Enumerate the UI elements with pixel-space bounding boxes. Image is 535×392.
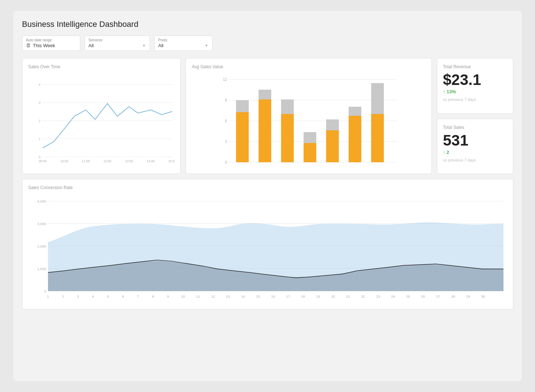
bar-gray-2 [259,90,271,99]
total-revenue-change: ↑ 13% [443,89,507,94]
svg-text:10:00: 10:00 [60,159,68,163]
total-sales-change: ↑ 2 [443,150,507,155]
svg-text:26: 26 [421,294,425,298]
svg-text:4: 4 [38,83,40,86]
svg-text:0: 0 [38,155,40,159]
svg-text:17: 17 [286,294,290,298]
total-revenue-value: $23.1 [443,72,507,87]
svg-text:7: 7 [137,294,139,298]
sales-over-time-card: Sales Over Time 4 3 2 1 0 09:00 10:00 11… [22,58,181,174]
bar-gray-5 [326,119,339,130]
bar-orange-4 [304,143,316,162]
svg-text:9: 9 [167,294,169,298]
bar-gray-4 [304,132,316,143]
filters-row: Auto date range 🗓 This Week Services All… [22,36,513,51]
svg-text:14: 14 [241,294,245,298]
svg-text:16: 16 [271,294,275,298]
bar-orange-6 [349,116,361,162]
bar-gray-7 [371,83,384,114]
svg-text:10: 10 [181,294,185,298]
bar-gray-3 [281,99,294,114]
svg-text:28: 28 [451,294,455,298]
svg-text:30: 30 [481,294,485,298]
sales-conversion-rate-card: Sales Conversion Rate 4,000 3,000 2,000 … [22,179,513,309]
date-range-filter[interactable]: Auto date range 🗓 This Week [22,36,80,51]
total-sales-title: Total Sales [443,125,507,130]
services-filter[interactable]: Services All ▼ [85,36,150,51]
date-range-label: Auto date range [26,38,76,42]
svg-text:9: 9 [225,98,227,102]
svg-text:3: 3 [38,101,40,105]
calendar-icon: 🗓 [26,43,31,48]
avg-sales-value-card: Avg Sales Value 12 9 6 3 0 [186,58,432,174]
svg-text:13: 13 [226,294,230,298]
metric-cards: Total Revenue $23.1 ↑ 13% vs previous 7 … [437,58,513,174]
bar-orange-3 [281,114,294,162]
bar-gray-6 [349,107,361,116]
total-revenue-sub: vs previous 7 days [443,97,507,102]
svg-text:14:00: 14:00 [146,159,154,163]
svg-text:12:00: 12:00 [103,159,111,163]
posts-filter[interactable]: Posts All ▼ [154,36,212,51]
bar-gray-1 [236,100,249,112]
svg-text:3,000: 3,000 [37,222,46,226]
services-chevron-icon: ▼ [142,44,146,48]
posts-label: Posts [158,38,208,42]
svg-text:18: 18 [301,294,305,298]
services-label: Services [89,38,146,42]
svg-text:15: 15 [256,294,260,298]
svg-text:2,000: 2,000 [37,244,46,248]
top-row: Sales Over Time 4 3 2 1 0 09:00 10:00 11… [22,58,513,174]
sales-conversion-rate-chart: 4,000 3,000 2,000 1,000 0 1 2 3 4 5 6 7 … [28,193,507,302]
svg-text:29: 29 [466,294,470,298]
svg-text:11: 11 [196,294,200,298]
total-sales-value: 531 [443,133,507,148]
svg-text:0: 0 [225,160,227,164]
avg-sales-value-chart: 12 9 6 3 0 [192,72,426,167]
page-title: Business Intelligence Dashboard [22,20,513,29]
svg-text:1: 1 [47,294,49,298]
total-revenue-card: Total Revenue $23.1 ↑ 13% vs previous 7 … [437,58,513,114]
svg-text:27: 27 [436,294,440,298]
svg-text:4: 4 [92,294,94,298]
svg-text:6: 6 [122,294,124,298]
date-range-value: 🗓 This Week [26,43,76,48]
total-sales-card: Total Sales 531 ↑ 2 vs previous 7 days [437,119,513,174]
svg-text:25: 25 [406,294,410,298]
svg-text:12: 12 [211,294,215,298]
svg-text:11:00: 11:00 [82,159,90,163]
dashboard-container: Business Intelligence Dashboard Auto dat… [13,11,522,381]
svg-text:1,000: 1,000 [37,267,46,271]
sales-conversion-rate-title: Sales Conversion Rate [28,185,507,190]
bar-orange-2 [259,99,271,162]
svg-text:23: 23 [376,294,380,298]
svg-text:4,000: 4,000 [37,199,46,203]
total-sales-sub: vs previous 7 days [443,158,507,162]
svg-text:0: 0 [44,289,46,293]
svg-text:13:00: 13:00 [125,159,133,163]
svg-text:1: 1 [38,137,40,141]
svg-text:8: 8 [152,294,154,298]
svg-text:2: 2 [62,294,64,298]
bar-orange-5 [326,130,339,162]
svg-text:12: 12 [223,78,227,82]
svg-text:15:00: 15:00 [168,159,174,163]
total-revenue-title: Total Revenue [443,64,507,69]
posts-chevron-icon: ▼ [205,44,208,48]
svg-text:20: 20 [331,294,335,298]
svg-text:09:00: 09:00 [38,159,46,163]
svg-text:21: 21 [346,294,350,298]
sales-over-time-chart: 4 3 2 1 0 09:00 10:00 11:00 12:00 13:00 … [28,72,174,167]
svg-text:6: 6 [225,119,227,123]
bar-orange-7 [371,114,384,162]
sales-over-time-title: Sales Over Time [28,64,174,69]
bar-orange-1 [236,112,249,162]
svg-text:2: 2 [38,119,40,123]
svg-text:3: 3 [225,140,227,144]
avg-sales-value-title: Avg Sales Value [192,64,426,69]
svg-text:19: 19 [316,294,320,298]
svg-text:5: 5 [107,294,109,298]
svg-text:24: 24 [391,294,395,298]
svg-text:22: 22 [361,294,365,298]
svg-text:3: 3 [77,294,79,298]
